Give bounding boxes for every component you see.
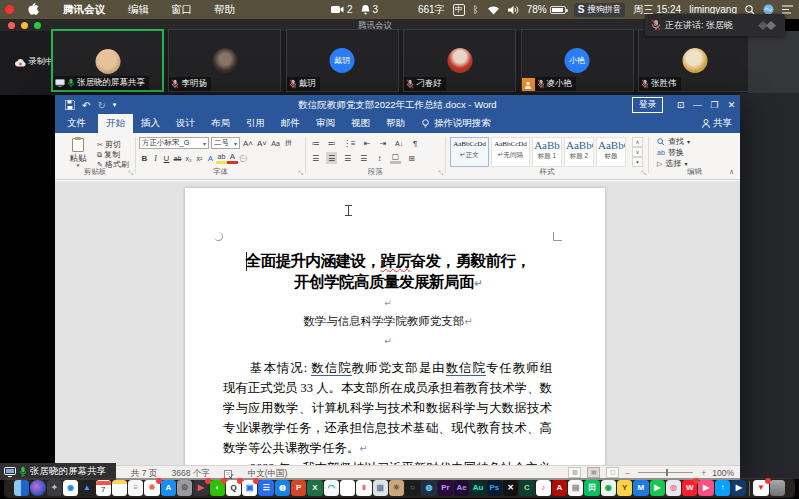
style-3[interactable]: AaBbC标题 2 [564,137,594,167]
dock-launchpad[interactable]: ✦ [47,480,62,495]
zoom-in-button[interactable]: + [701,468,706,478]
dock-wechat[interactable]: ◖ [210,480,225,495]
dock-system-preferences[interactable]: ⚙ [177,480,192,495]
dock-notes[interactable] [112,480,127,495]
dock-play-green[interactable]: ▶ [650,480,665,495]
document-area[interactable]: 全面提升内涵建设，踔厉奋发，勇毅前行，开创学院高质量发展新局面↵ ↵ 数学与信息… [55,181,740,465]
dock-after-effects[interactable]: Ae [454,480,469,495]
clipboard-launcher[interactable]: ⤡ [128,170,133,177]
tab-布局[interactable]: 布局 [203,114,238,133]
text-effects-button[interactable]: A [205,152,216,164]
dock-wps-docs[interactable]: 田 [584,480,599,495]
read-mode-button[interactable]: ▥ [568,467,581,478]
decrease-indent-button[interactable]: ⇤ [362,137,373,149]
dock-textedit[interactable]: ≡ [128,480,143,495]
style-4[interactable]: AaBbC标题 [596,137,626,167]
dock-player[interactable]: ▶ [731,480,746,495]
increase-indent-button[interactable]: ⇥ [378,137,389,149]
dock-baidu-pan[interactable]: ✳ [389,480,404,495]
style-0[interactable]: AaBbCcDd↵正文 [450,137,489,167]
minimize-button[interactable]: — [689,100,706,110]
dock-play-pink[interactable]: ▶ [698,480,713,495]
spotlight-icon[interactable] [745,5,755,15]
style-1[interactable]: AaBbCcDd↵无间隔 [491,137,530,167]
paragraph-launcher[interactable]: ⤡ [438,170,443,177]
dock-pdf-expert[interactable]: ▼ [753,480,768,495]
underline-button[interactable]: U [161,152,172,164]
participant-tile[interactable]: 张胜伟 [638,29,751,92]
dock-premiere[interactable]: Pr [438,480,453,495]
menu-3[interactable]: 帮助 [203,3,246,17]
font-color-button[interactable]: A [227,153,238,164]
subscript-button[interactable]: x₂ [183,152,194,164]
apple-menu-icon[interactable] [28,3,39,16]
change-case-button[interactable]: Aa [270,137,281,149]
font-launcher[interactable]: ⤡ [298,170,303,177]
dock-photoshop[interactable]: Ps [487,480,502,495]
sogou-input-badge[interactable]: S搜狗拼音 [574,3,626,17]
font-size-select[interactable]: 二号▾ [211,137,240,149]
participant-tile[interactable]: 李明扬 [168,29,281,92]
dock-trash[interactable] [770,480,785,495]
strikethrough-button[interactable]: ab [172,152,183,164]
volume-icon[interactable] [508,5,519,15]
enclose-char-button[interactable]: ㊀ [238,152,249,164]
sort-button[interactable]: A↓ [394,137,405,149]
dock-books[interactable]: ▤ [568,480,583,495]
multilevel-list-button[interactable]: ⋮≡ [342,137,357,149]
dock-safari[interactable]: ◉ [63,480,78,495]
collapse-ribbon-button[interactable]: ∧ [729,168,734,176]
close-button[interactable]: ✕ [723,100,740,110]
document-page[interactable]: 全面提升内涵建设，踔厉奋发，勇毅前行，开创学院高质量发展新局面↵ ↵ 数学与信息… [185,188,605,465]
dock-upload-app[interactable]: ↑ [715,480,730,495]
dock-dingtalk[interactable]: ◠ [324,480,339,495]
tab-插入[interactable]: 插入 [133,114,168,133]
align-right-button[interactable]: ☰ [342,152,353,164]
shrink-font-button[interactable]: A˅ [256,137,268,149]
grow-font-button[interactable]: A˄ [242,137,254,149]
restore-button[interactable]: ❐ [706,100,723,110]
bluetooth-icon[interactable]: ᛒ [473,4,479,15]
bold-button[interactable]: B [139,152,150,164]
dock-tencent-docs[interactable]: ☰ [258,480,273,495]
battery-indicator[interactable]: 78% [527,4,566,15]
menu-0[interactable]: 腾讯会议 [51,3,117,17]
tab-开始[interactable]: 开始 [98,114,133,133]
dock-tencent-meeting[interactable]: ▣ [242,480,257,495]
shading-button[interactable]: ▢ [390,153,401,164]
menu-1[interactable]: 编辑 [117,3,160,17]
dock-app-store[interactable]: A [161,480,176,495]
highlight-button[interactable]: ab [216,153,227,164]
justify-button[interactable]: ☰ [358,152,369,164]
dock-wps[interactable]: W [682,480,697,495]
participant-tile[interactable]: 戴玥戴玥 [286,29,399,92]
dock-globe-app[interactable]: ◉ [601,480,616,495]
dock-camera-app[interactable]: ◎ [666,480,681,495]
wifi-icon[interactable] [487,5,500,15]
bullets-button[interactable]: ≔ [310,137,321,149]
dock-finder[interactable] [14,480,29,495]
participant-tile[interactable]: 小艳凌小艳 [521,29,634,92]
numbering-button[interactable]: ≕ [326,137,337,149]
dock-lens-app[interactable]: ◍ [421,480,436,495]
share-button[interactable]: 共享 [702,117,732,130]
print-layout-button[interactable]: ▤ [587,467,600,478]
dock-m-app[interactable]: M [633,480,648,495]
dock-qq-music[interactable]: ▲ [79,480,94,495]
dock-acrobat[interactable]: A [552,480,567,495]
zoom-slider[interactable] [638,472,693,473]
align-left-button[interactable]: ☰ [310,152,321,164]
styles-launcher[interactable]: ⤡ [641,170,646,177]
font-name-select[interactable]: 方正小标宋_G▾ [139,137,209,149]
paste-button[interactable]: 粘贴▾ [63,138,93,168]
tab-邮件[interactable]: 邮件 [273,114,308,133]
dock-music[interactable]: ♪ [536,480,551,495]
dock-parallels[interactable]: ‖ [356,480,371,495]
dock-powerpoint[interactable]: P [291,480,306,495]
dock-excel[interactable]: X [307,480,322,495]
style-2[interactable]: AaBb标题 1 [532,137,562,167]
tab-文件[interactable]: 文件 [55,114,98,133]
dock-siri[interactable] [30,480,45,495]
dock-dark-app[interactable]: ○ [405,480,420,495]
tell-me-search[interactable]: 操作说明搜索 [421,117,491,133]
